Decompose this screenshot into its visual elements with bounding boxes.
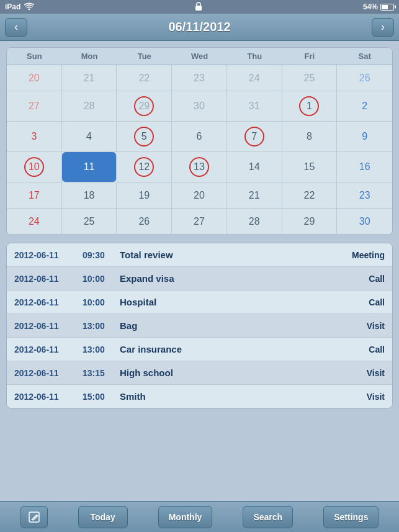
calendar-cell-8-week2[interactable]: 8: [282, 122, 338, 152]
calendar-cell-31-week1[interactable]: 31: [227, 91, 282, 122]
event-date: 2012-06-11: [14, 297, 83, 307]
calendar-cell-23-week0[interactable]: 23: [172, 65, 227, 91]
calendar-cell-2-week1[interactable]: 2: [337, 91, 392, 122]
calendar-cell-17-week4[interactable]: 17: [7, 183, 62, 209]
calendar-cell-12-week3[interactable]: 12: [117, 152, 172, 183]
circled-date: 1: [299, 96, 319, 116]
edit-icon: [29, 512, 40, 523]
event-time: 09:30: [83, 250, 120, 260]
calendar-cell-27-week1[interactable]: 27: [7, 91, 62, 122]
calendar-cell-21-week4[interactable]: 21: [227, 183, 282, 209]
today-label: Today: [91, 512, 115, 522]
calendar-cell-23-week4[interactable]: 23: [337, 183, 392, 209]
calendar-cell-25-week5[interactable]: 25: [62, 209, 117, 235]
calendar-cell-26-week5[interactable]: 26: [117, 209, 172, 235]
event-date: 2012-06-11: [14, 321, 83, 331]
calendar-cell-30-week1[interactable]: 30: [172, 91, 227, 122]
calendar-cell-29-week1[interactable]: 29: [117, 91, 172, 122]
calendar-cell-7-week2[interactable]: 7: [227, 122, 282, 152]
calendar-cell-14-week3[interactable]: 14: [227, 152, 282, 183]
circled-date: 13: [189, 157, 209, 177]
search-button[interactable]: Search: [243, 506, 293, 528]
event-time: 13:15: [83, 368, 120, 378]
svg-rect-1: [195, 6, 202, 11]
calendar-cell-19-week4[interactable]: 19: [117, 183, 172, 209]
edit-button[interactable]: [20, 506, 48, 528]
next-month-button[interactable]: ›: [372, 18, 394, 37]
wifi-icon: [24, 2, 34, 12]
event-date: 2012-06-11: [14, 274, 83, 284]
calendar-cell-6-week2[interactable]: 6: [172, 122, 227, 152]
event-date: 2012-06-11: [14, 345, 83, 354]
event-date: 2012-06-11: [14, 368, 83, 378]
monthly-button[interactable]: Monthly: [158, 506, 213, 528]
calendar-cell-10-week3[interactable]: 10: [7, 152, 62, 183]
day-header-sat: Sat: [337, 48, 392, 65]
calendar-cell-24-week0[interactable]: 24: [227, 65, 282, 91]
calendar-cell-13-week3[interactable]: 13: [172, 152, 227, 183]
event-row[interactable]: 2012-06-11 09:30 Total review Meeting: [7, 243, 392, 267]
event-row[interactable]: 2012-06-11 15:00 Smith Visit: [7, 385, 392, 408]
calendar-cell-28-week1[interactable]: 28: [62, 91, 117, 122]
calendar-cell-15-week3[interactable]: 15: [282, 152, 338, 183]
prev-month-button[interactable]: ‹: [5, 18, 27, 37]
calendar-cell-11-week3[interactable]: 11: [62, 152, 117, 183]
calendar-cell-9-week2[interactable]: 9: [337, 122, 392, 152]
settings-label: Settings: [334, 512, 368, 522]
event-row[interactable]: 2012-06-11 13:00 Car insurance Call: [7, 338, 392, 361]
event-row[interactable]: 2012-06-11 10:00 Hospital Call: [7, 291, 392, 314]
event-time: 13:00: [83, 321, 120, 331]
event-date: 2012-06-11: [14, 250, 83, 260]
calendar-cell-4-week2[interactable]: 4: [62, 122, 117, 152]
calendar-cell-25-week0[interactable]: 25: [282, 65, 338, 91]
today-button[interactable]: Today: [78, 506, 128, 528]
day-header-wed: Wed: [172, 48, 227, 65]
calendar-cell-3-week2[interactable]: 3: [7, 122, 62, 152]
search-label: Search: [253, 512, 282, 522]
calendar-cell-18-week4[interactable]: 18: [62, 183, 117, 209]
calendar-cell-24-week5[interactable]: 24: [7, 209, 62, 235]
prev-arrow-icon: ‹: [14, 20, 18, 34]
next-arrow-icon: ›: [381, 20, 385, 34]
event-name: High school: [120, 367, 341, 378]
calendar-cell-26-week0[interactable]: 26: [337, 65, 392, 91]
event-name: Car insurance: [120, 344, 341, 354]
event-name: Hospital: [120, 297, 341, 307]
event-date: 2012-06-11: [14, 392, 83, 402]
calendar-cell-1-week1[interactable]: 1: [282, 91, 338, 122]
event-row[interactable]: 2012-06-11 10:00 Expand visa Call: [7, 267, 392, 291]
calendar-cell-5-week2[interactable]: 5: [117, 122, 172, 152]
calendar-cell-27-week5[interactable]: 27: [172, 209, 227, 235]
event-time: 10:00: [83, 274, 120, 284]
event-type: Meeting: [341, 250, 385, 260]
event-name: Total review: [120, 250, 341, 260]
circled-date: 10: [24, 157, 44, 177]
calendar: SunMonTueWedThuFriSat 202122232425262728…: [6, 47, 393, 235]
circled-date: 5: [134, 127, 154, 147]
event-name: Bag: [120, 320, 341, 331]
calendar-cell-29-week5[interactable]: 29: [282, 209, 338, 235]
calendar-cell-16-week3[interactable]: 16: [337, 152, 392, 183]
events-list: 2012-06-11 09:30 Total review Meeting 20…: [6, 243, 393, 408]
calendar-day-headers: SunMonTueWedThuFriSat: [7, 48, 392, 65]
lock-icon: [195, 2, 202, 12]
event-type: Visit: [341, 321, 385, 331]
event-row[interactable]: 2012-06-11 13:15 High school Visit: [7, 361, 392, 385]
day-header-tue: Tue: [117, 48, 172, 65]
svg-point-0: [29, 8, 30, 10]
status-bar-right: 54%: [363, 2, 394, 11]
event-time: 10:00: [83, 297, 120, 307]
calendar-cell-22-week4[interactable]: 22: [282, 183, 338, 209]
calendar-cell-21-week0[interactable]: 21: [62, 65, 117, 91]
calendar-cell-30-week5[interactable]: 30: [337, 209, 392, 235]
event-type: Call: [341, 297, 385, 307]
main-content: SunMonTueWedThuFriSat 202122232425262728…: [0, 41, 399, 501]
calendar-cell-22-week0[interactable]: 22: [117, 65, 172, 91]
calendar-cell-20-week0[interactable]: 20: [7, 65, 62, 91]
calendar-cell-20-week4[interactable]: 20: [172, 183, 227, 209]
calendar-cell-28-week5[interactable]: 28: [227, 209, 282, 235]
event-row[interactable]: 2012-06-11 13:00 Bag Visit: [7, 314, 392, 338]
toolbar: Today Monthly Search Settings: [0, 501, 399, 532]
event-time: 15:00: [83, 392, 120, 402]
settings-button[interactable]: Settings: [323, 506, 379, 528]
